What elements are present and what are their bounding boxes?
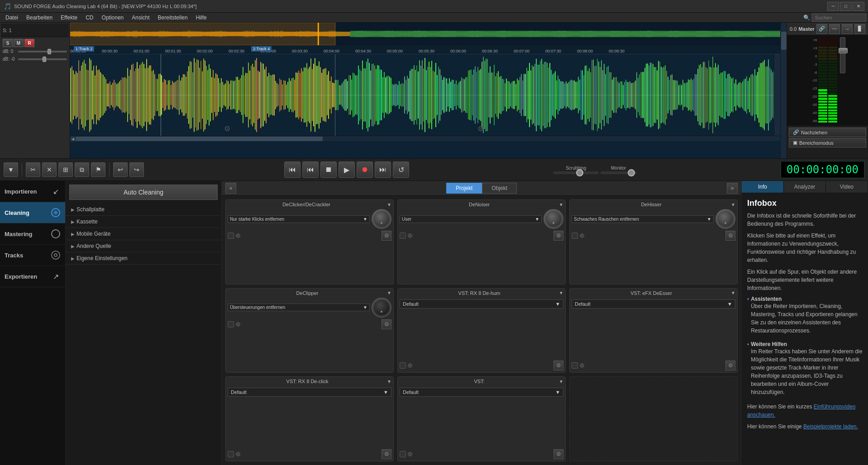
effect-declicker-led[interactable] — [228, 232, 234, 239]
menu-ansicht[interactable]: Ansicht — [128, 14, 153, 22]
effect-vst-dehum-expand[interactable]: ▼ — [559, 290, 563, 295]
track2-settings-icon[interactable]: ⚙ — [477, 124, 484, 133]
preset-mobile[interactable]: ▶ Mobile Geräte — [66, 228, 221, 240]
effect-vst-empty-gear[interactable]: ⚙ — [553, 449, 563, 459]
effect-denoiser-expand[interactable]: ▼ — [559, 202, 563, 207]
vscroll-thumb[interactable] — [781, 32, 787, 50]
effect-dehisser-expand[interactable]: ▼ — [731, 202, 735, 207]
effect-vst-dehum-gear[interactable]: ⚙ — [553, 361, 563, 370]
master-fader-track[interactable] — [840, 37, 845, 73]
master-icon-wave[interactable]: 〰 — [829, 24, 840, 34]
maximize-button[interactable]: □ — [840, 2, 852, 11]
effect-dehisser-knob[interactable] — [715, 209, 735, 229]
effect-vst-empty-led[interactable] — [400, 451, 406, 457]
vst-empty-arrow[interactable]: ▼ — [555, 389, 560, 395]
effect-denoiser-gear[interactable]: ⚙ — [553, 231, 563, 241]
hscroll-left-btn[interactable]: ◀ — [70, 136, 76, 142]
fader-2[interactable] — [18, 58, 67, 60]
info-link-2[interactable]: Beispielprojekte laden. — [803, 423, 858, 430]
effect-dehisser-gear[interactable]: ⚙ — [725, 231, 735, 241]
effects-next-btn[interactable]: » — [727, 183, 738, 194]
fader-thumb-1[interactable] — [48, 49, 51, 54]
vst-declick-arrow[interactable]: ▼ — [383, 389, 388, 395]
effect-vst-dehum-led[interactable] — [400, 362, 406, 369]
effect-vst-deesser-gear[interactable]: ⚙ — [725, 361, 735, 370]
effect-vst-declick-gear[interactable]: ⚙ — [382, 449, 391, 459]
auto-cleaning-header[interactable]: Auto Cleaning — [69, 185, 218, 200]
hscroll-thumb[interactable] — [76, 137, 323, 141]
nav-item-mastering[interactable]: Mastering — [0, 223, 65, 245]
effects-prev-btn[interactable]: « — [225, 183, 236, 194]
tool-flag-btn[interactable]: ⚑ — [91, 162, 105, 177]
effect-vst-declick-expand[interactable]: ▼ — [387, 379, 391, 384]
effect-vst-deesser-led[interactable] — [572, 362, 578, 369]
menu-bereitstellen[interactable]: Bereitstellen — [154, 14, 191, 22]
menu-bearbeiten[interactable]: Bearbeiten — [23, 14, 56, 22]
menu-datei[interactable]: Datei — [2, 14, 22, 22]
search-input[interactable] — [812, 14, 866, 22]
tool-copy-btn[interactable]: ⊞ — [58, 162, 73, 177]
menu-optionen[interactable]: Optionen — [98, 14, 128, 22]
effect-dehisser-led[interactable] — [572, 232, 578, 239]
effect-vst-deesser-expand[interactable]: ▼ — [731, 290, 735, 295]
minimize-button[interactable]: ─ — [827, 2, 839, 11]
effect-vst-empty-expand[interactable]: ▼ — [559, 379, 563, 384]
nav-item-cleaning[interactable]: Cleaning — [0, 202, 65, 223]
record-btn[interactable]: ⏺ — [357, 161, 373, 178]
track-solo-btn[interactable]: S — [3, 39, 13, 47]
scrubbing-slider[interactable] — [553, 171, 599, 174]
monitor-slider[interactable] — [601, 171, 637, 174]
go-start-btn[interactable]: ⏮ — [284, 161, 300, 178]
prev-btn[interactable]: ⏮ — [302, 161, 319, 178]
menu-cd[interactable]: CD — [82, 14, 97, 22]
nav-item-import[interactable]: Importieren ↙ — [0, 181, 65, 202]
tool-cut-btn[interactable]: ✂ — [26, 162, 40, 177]
dehisser-arrow[interactable]: ▼ — [707, 217, 711, 222]
tab-video[interactable]: Video — [826, 181, 868, 193]
vscroll[interactable] — [780, 23, 787, 158]
tool-collapse-btn[interactable]: ▼ — [4, 162, 18, 177]
effect-denoiser-knob[interactable] — [544, 209, 563, 229]
master-icon-bars[interactable]: ▊ — [854, 24, 865, 34]
menu-effekte[interactable]: Effekte — [57, 14, 81, 22]
effect-vst-declick-led[interactable] — [228, 451, 234, 457]
fader-1[interactable] — [18, 51, 67, 52]
tab-projekt[interactable]: Projekt — [446, 183, 482, 194]
preset-eigene[interactable]: ▶ Eigene Einstellungen — [66, 252, 221, 265]
tool-delete-btn[interactable]: ✕ — [42, 162, 57, 177]
tool-undo-btn[interactable]: ↩ — [113, 162, 128, 177]
effect-declipper-expand[interactable]: ▼ — [387, 290, 391, 295]
tab-objekt[interactable]: Objekt — [482, 183, 517, 194]
vst-deesser-arrow[interactable]: ▼ — [727, 301, 732, 307]
track1-settings-icon[interactable]: ⚙ — [224, 124, 230, 133]
nav-item-tracks[interactable]: Tracks — [0, 245, 65, 266]
track-record-btn[interactable]: R — [24, 39, 34, 47]
master-icon-link[interactable]: 🔗 — [816, 24, 827, 34]
tab-info[interactable]: Info — [742, 181, 784, 193]
monitor-thumb[interactable] — [628, 169, 635, 176]
master-icon-arrow[interactable]: → — [842, 24, 853, 34]
effect-declipper-led[interactable] — [228, 321, 234, 327]
declipper-arrow[interactable]: ▼ — [363, 305, 367, 310]
loop-btn[interactable]: ↺ — [393, 161, 409, 178]
fader-thumb-2[interactable] — [43, 57, 46, 62]
menu-hilfe[interactable]: Hilfe — [192, 14, 210, 22]
tool-redo-btn[interactable]: ↪ — [129, 162, 144, 177]
effect-declicker-expand[interactable]: ▼ — [387, 202, 391, 207]
scrubbing-thumb[interactable] — [576, 169, 583, 176]
vst-dehum-arrow[interactable]: ▼ — [555, 301, 560, 307]
tool-paste-btn[interactable]: ⧉ — [75, 162, 89, 177]
nachziehen-btn[interactable]: 🔗 Nachziehen — [789, 128, 866, 137]
play-btn[interactable]: ▶ — [339, 161, 355, 178]
effect-declicker-gear[interactable]: ⚙ — [382, 231, 391, 241]
preset-andere[interactable]: ▶ Andere Quelle — [66, 240, 221, 252]
master-fader-handle[interactable] — [839, 48, 848, 53]
preset-schallplatte[interactable]: ▶ Schallplatte — [66, 204, 221, 216]
effect-declipper-gear[interactable]: ⚙ — [382, 319, 391, 329]
stop-btn[interactable]: ⏹ — [320, 161, 337, 178]
preset-kassette[interactable]: ▶ Kassette — [66, 216, 221, 228]
effect-declicker-knob[interactable] — [372, 209, 391, 229]
track-mute-btn[interactable]: M — [14, 39, 24, 47]
bereichsmodus-btn[interactable]: ▣ Bereichsmodus — [789, 138, 866, 147]
go-end-btn[interactable]: ⏭ — [375, 161, 391, 178]
